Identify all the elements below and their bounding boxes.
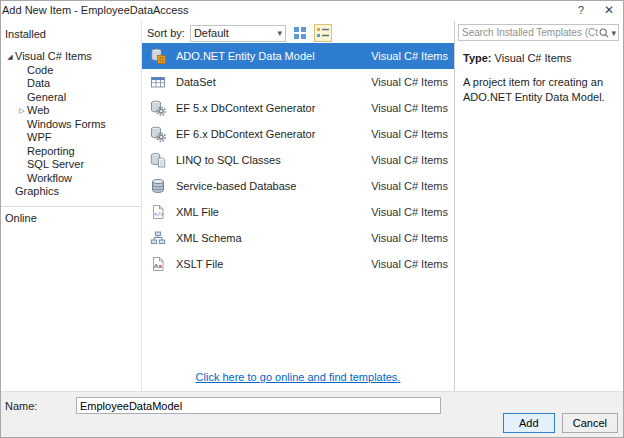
tree-item-reporting[interactable]: Reporting [1, 145, 141, 159]
small-icons-view-button[interactable] [291, 24, 309, 42]
dataset-icon [150, 74, 168, 90]
template-row-service-based-database[interactable]: Service-based Database Visual C# Items [142, 173, 454, 199]
template-row-dataset[interactable]: DataSet Visual C# Items [142, 69, 454, 95]
tree-item-label: General [27, 91, 66, 104]
tree-item-label: Data [27, 77, 50, 90]
entity-data-model-icon [150, 48, 168, 64]
tree-item-windows-forms[interactable]: Windows Forms [1, 118, 141, 132]
template-row-xml-schema[interactable]: XML Schema Visual C# Items [142, 225, 454, 251]
tree-item-label: SQL Server [27, 158, 84, 171]
xml-schema-icon [150, 230, 168, 246]
tree-item-sql-server[interactable]: SQL Server [1, 158, 141, 172]
online-header[interactable]: Online [1, 210, 141, 226]
tree-item-label: Reporting [27, 145, 75, 158]
type-label: Type: [463, 52, 492, 64]
tree-item-general[interactable]: General [1, 91, 141, 105]
xml-file-icon: </> [150, 204, 168, 220]
category-tree: ◢ Visual C# Items Code Data General ▷ [1, 50, 141, 199]
sort-by-label: Sort by: [147, 27, 185, 39]
template-type: Visual C# Items [371, 154, 448, 166]
tree-item-label: WPF [27, 131, 51, 144]
name-label: Name: [5, 400, 37, 412]
tree-item-label: Workflow [27, 172, 72, 185]
cancel-button[interactable]: Cancel [562, 413, 618, 433]
installed-header[interactable]: Installed [1, 26, 141, 42]
ef5-dbcontext-generator-icon [150, 100, 168, 116]
search-icon[interactable] [598, 27, 610, 39]
template-type: Visual C# Items [371, 258, 448, 270]
template-name: XML File [176, 206, 219, 218]
template-type: Visual C# Items [371, 232, 448, 244]
collapsed-arrow-icon[interactable]: ▷ [17, 104, 27, 117]
template-name: DataSet [176, 76, 216, 88]
close-button[interactable]: ✕ [597, 1, 621, 20]
template-name: EF 5.x DbContext Generator [176, 102, 315, 114]
dialog-footer: Name: Add Cancel [1, 391, 623, 437]
divider [1, 206, 141, 207]
tree-item-graphics[interactable]: Graphics [1, 185, 141, 199]
search-input[interactable] [462, 27, 598, 38]
ef6-dbcontext-generator-icon [150, 126, 168, 142]
tree-item-workflow[interactable]: Workflow [1, 172, 141, 186]
search-box[interactable]: ▾ [458, 24, 619, 41]
template-name: XSLT File [176, 258, 223, 270]
template-name: XML Schema [176, 232, 242, 244]
template-row-xslt-file[interactable]: A a XSLT File Visual C# Items [142, 251, 454, 277]
template-row-ef6-dbcontext-generator[interactable]: EF 6.x DbContext Generator Visual C# Ite… [142, 121, 454, 147]
dialog-body: Installed ◢ Visual C# Items Code Data Ge… [1, 21, 623, 391]
template-type: Visual C# Items [371, 206, 448, 218]
tree-item-web[interactable]: ▷ Web [1, 104, 141, 118]
tree-item-wpf[interactable]: WPF [1, 131, 141, 145]
template-description: A project item for creating an ADO.NET E… [463, 75, 615, 105]
dialog-title: Add New Item - EmployeeDataAccess [2, 4, 188, 16]
go-online-link[interactable]: Click here to go online and find templat… [142, 371, 454, 383]
expanded-arrow-icon[interactable]: ◢ [5, 50, 15, 63]
search-dropdown-icon[interactable]: ▾ [611, 28, 616, 38]
template-type: Visual C# Items [371, 76, 448, 88]
list-view-button[interactable] [314, 24, 332, 42]
tree-item-label: Visual C# Items [15, 50, 92, 63]
template-name: Service-based Database [176, 180, 296, 192]
grid-view-icon [292, 25, 308, 41]
template-name: ADO.NET Entity Data Model [176, 50, 315, 62]
name-input[interactable] [76, 397, 441, 414]
sort-by-dropdown[interactable]: Default ▾ [190, 25, 286, 42]
template-name: EF 6.x DbContext Generator [176, 128, 315, 140]
chevron-down-icon: ▾ [277, 28, 282, 38]
xslt-file-icon: A a [150, 256, 168, 272]
service-database-icon [150, 178, 168, 194]
search-bar: ▾ [455, 21, 623, 43]
tree-item-label: Windows Forms [27, 118, 106, 131]
tree-item-label: Code [27, 64, 53, 77]
add-new-item-dialog: Add New Item - EmployeeDataAccess ? ✕ In… [0, 0, 624, 438]
linq-to-sql-icon [150, 152, 168, 168]
tree-item-label: Graphics [15, 185, 59, 198]
tree-item-data[interactable]: Data [1, 77, 141, 91]
button-group: Add Cancel [503, 413, 618, 433]
list-view-icon [315, 25, 331, 41]
template-row-xml-file[interactable]: </> XML File Visual C# Items [142, 199, 454, 225]
sort-by-value: Default [194, 27, 277, 39]
template-type: Visual C# Items [371, 102, 448, 114]
help-button[interactable]: ? [569, 1, 593, 20]
template-name: LINQ to SQL Classes [176, 154, 281, 166]
sort-toolbar: Sort by: Default ▾ [142, 21, 454, 43]
template-row-linq-to-sql-classes[interactable]: LINQ to SQL Classes Visual C# Items [142, 147, 454, 173]
tree-item-label: Web [27, 104, 49, 117]
add-button[interactable]: Add [503, 413, 555, 433]
template-row-ado-net-entity-data-model[interactable]: ADO.NET Entity Data Model Visual C# Item… [142, 43, 454, 69]
template-details: Type: Visual C# Items A project item for… [455, 43, 623, 105]
details-pane: ▾ Type: Visual C# Items A project item f… [455, 21, 623, 391]
tree-item-visual-csharp-items[interactable]: ◢ Visual C# Items [1, 50, 141, 64]
template-row-ef5-dbcontext-generator[interactable]: EF 5.x DbContext Generator Visual C# Ite… [142, 95, 454, 121]
svg-text:</>: </> [154, 211, 165, 217]
tree-item-code[interactable]: Code [1, 64, 141, 78]
template-type: Visual C# Items [371, 180, 448, 192]
template-type: Visual C# Items [371, 50, 448, 62]
template-type: Visual C# Items [371, 128, 448, 140]
template-pane: Sort by: Default ▾ [142, 21, 455, 391]
type-value: Visual C# Items [495, 52, 572, 64]
category-pane: Installed ◢ Visual C# Items Code Data Ge… [1, 21, 142, 391]
title-bar: Add New Item - EmployeeDataAccess ? ✕ [1, 1, 623, 21]
template-list: ADO.NET Entity Data Model Visual C# Item… [142, 43, 454, 391]
